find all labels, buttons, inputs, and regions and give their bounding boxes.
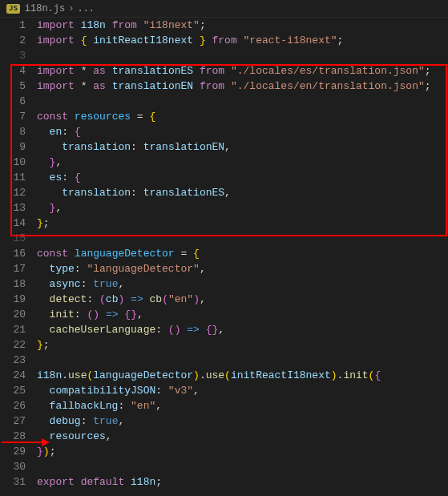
breadcrumb-more[interactable]: ... bbox=[77, 3, 95, 14]
code-line[interactable]: translation: translationES, bbox=[35, 185, 448, 200]
code-line[interactable]: import i18n from "i18next"; bbox=[35, 18, 448, 33]
code-line[interactable]: es: { bbox=[35, 170, 448, 185]
line-number: 12 bbox=[0, 185, 26, 200]
code-line[interactable]: }); bbox=[35, 444, 448, 459]
code-line[interactable]: }; bbox=[35, 337, 448, 353]
line-number: 28 bbox=[0, 429, 26, 444]
code-line[interactable]: detect: (cb) => cb("en"), bbox=[35, 292, 448, 307]
line-number: 23 bbox=[0, 353, 26, 368]
line-number: 30 bbox=[0, 459, 26, 474]
code-line[interactable] bbox=[35, 353, 448, 368]
line-number: 20 bbox=[0, 307, 26, 322]
code-line[interactable]: }; bbox=[35, 216, 448, 231]
line-number: 10 bbox=[0, 155, 26, 170]
line-number: 25 bbox=[0, 383, 26, 398]
line-number: 14 bbox=[0, 216, 26, 231]
code-line[interactable]: fallbackLng: "en", bbox=[35, 398, 448, 413]
line-number: 16 bbox=[0, 246, 26, 261]
line-number: 17 bbox=[0, 261, 26, 276]
code-line[interactable]: translation: translationEN, bbox=[35, 139, 448, 155]
line-number: 22 bbox=[0, 337, 26, 353]
line-number: 2 bbox=[0, 33, 26, 48]
line-number: 5 bbox=[0, 79, 26, 94]
code-line[interactable]: }, bbox=[35, 155, 448, 170]
code-line[interactable] bbox=[35, 94, 448, 109]
line-number: 11 bbox=[0, 170, 26, 185]
code-line[interactable]: const resources = { bbox=[35, 109, 448, 124]
code-line[interactable]: init: () => {}, bbox=[35, 307, 448, 322]
line-number: 19 bbox=[0, 292, 26, 307]
breadcrumb-file[interactable]: i18n.js bbox=[25, 3, 65, 14]
code-line[interactable]: en: { bbox=[35, 124, 448, 139]
line-number: 18 bbox=[0, 276, 26, 292]
breadcrumb[interactable]: JS i18n.js › ... bbox=[0, 0, 448, 18]
line-number: 9 bbox=[0, 139, 26, 155]
code-line[interactable]: import { initReactI18next } from "react-… bbox=[35, 33, 448, 48]
code-line[interactable]: cacheUserLanguage: () => {}, bbox=[35, 322, 448, 337]
code-line[interactable]: debug: true, bbox=[35, 413, 448, 429]
code-line[interactable]: export default i18n; bbox=[35, 474, 448, 490]
line-number: 29 bbox=[0, 444, 26, 459]
line-number: 3 bbox=[0, 48, 26, 63]
line-number: 1 bbox=[0, 18, 26, 33]
line-number: 31 bbox=[0, 474, 26, 490]
code-line[interactable]: const languageDetector = { bbox=[35, 246, 448, 261]
line-number: 6 bbox=[0, 94, 26, 109]
line-number: 27 bbox=[0, 413, 26, 429]
code-line[interactable]: type: "languageDetector", bbox=[35, 261, 448, 276]
line-number: 8 bbox=[0, 124, 26, 139]
code-line[interactable]: async: true, bbox=[35, 276, 448, 292]
code-line[interactable]: i18n.use(languageDetector).use(initReact… bbox=[35, 368, 448, 383]
code-content[interactable]: import i18n from "i18next";import { init… bbox=[35, 18, 448, 496]
line-number: 7 bbox=[0, 109, 26, 124]
line-number: 13 bbox=[0, 200, 26, 216]
line-number: 4 bbox=[0, 63, 26, 79]
line-number: 15 bbox=[0, 231, 26, 246]
line-number: 26 bbox=[0, 398, 26, 413]
code-line[interactable]: compatibilityJSON: "v3", bbox=[35, 383, 448, 398]
line-number: 24 bbox=[0, 368, 26, 383]
line-number-gutter: 1234567891011121314151617181920212223242… bbox=[0, 18, 35, 496]
code-editor[interactable]: 1234567891011121314151617181920212223242… bbox=[0, 18, 448, 496]
code-line[interactable]: import * as translationEN from "./locale… bbox=[35, 79, 448, 94]
js-file-icon: JS bbox=[6, 4, 20, 14]
code-line[interactable]: }, bbox=[35, 200, 448, 216]
line-number: 21 bbox=[0, 322, 26, 337]
chevron-right-icon: › bbox=[68, 3, 74, 14]
code-line[interactable]: import * as translationES from "./locale… bbox=[35, 63, 448, 79]
code-line[interactable] bbox=[35, 48, 448, 63]
code-line[interactable]: resources, bbox=[35, 429, 448, 444]
code-line[interactable] bbox=[35, 459, 448, 474]
code-line[interactable] bbox=[35, 231, 448, 246]
